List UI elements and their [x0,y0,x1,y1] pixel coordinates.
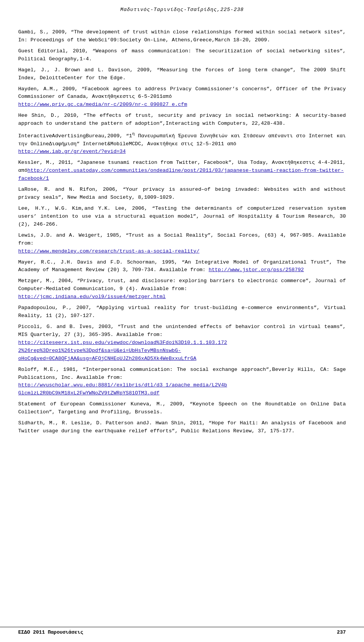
ref-iab: InteractiveAdvertisingBureau,2009, “1η Π… [18,131,346,156]
ref-lee: Lee, H.Y., W.G. Kim,and Y.K. Lee, 2006, … [18,205,346,229]
header-title: Μαδυτινός-Ταρινίδης-Τσαΐρίδης,225-238 [120,7,244,13]
link-roloff[interactable]: http://wvuscholar.wvu.edu:8881//exlibris… [18,382,227,388]
ref-guest: Guest Editorial, 2010, “Weapons of mass … [18,47,346,63]
link-roloff2[interactable]: GlcmlzL2R0bC9kM18xL2FwYWNoZV9tZWRpYS81OT… [18,390,160,396]
ref-sidharth: Sidharth, M., R. Leslie, D. Patterson an… [18,419,346,435]
page-header: Μαδυτινός-Ταρινίδης-Τσαΐρίδης,225-238 [18,0,346,19]
ref-piccoli: Piccoli, G. and B. Ives, 2003, “Trust an… [18,323,346,363]
ref-mayer: Mayer, R.C., J.H. Davis and F.D. Schoorm… [18,259,346,275]
ref-hayden: Hayden, A.M., 2009, “Facebook agrees to … [18,85,346,109]
ref-statement: Statement of European Commissioner Kunev… [18,400,346,416]
ref-papadopoulou: Papadopoulou, P., 2007, “Applying virtua… [18,304,346,320]
page-footer: ΕΣΔΟ 2011 Παρουσιάσεις 237 [0,627,364,635]
ref-gambi: Gambi, S., 2009, “The development of tru… [18,28,346,44]
ref-hagel: Hagel, J., J. Brown and L. Davison, 2009… [18,66,346,82]
link-lewis[interactable]: http://www.mendeley.com/research/trust-a… [18,248,199,254]
ref-kessler: Kessler, M., 2011, “Japanese tsunami rea… [18,159,346,183]
ref-larose: LaRose, R. and N. Rifon, 2006, “Your pri… [18,186,346,202]
footer-page-number: 237 [337,629,346,635]
ref-metzger: Metzger, M., 2004, “Privacy, trust, and … [18,277,346,301]
ref-heeshin: Hee Shin, D., 2010, “The effects of trus… [18,112,346,128]
footer-left-text: ΕΣΔΟ 2011 Παρουσιάσεις [18,629,83,635]
ref-lewis: Lewis, J.D. and A. Weigert, 1985, “Trust… [18,232,346,256]
link-piccoli3[interactable]: oHoCg&ved=0CA8QFjAA&usg=AFQjCNHEoUJZh286… [18,356,196,361]
ref-roloff: Roloff, M.E., 1981, “Interpersonal commu… [18,366,346,398]
link-hayden[interactable]: http://www.priv.gc.ca/media/nr-c/2009/nr… [18,102,187,107]
link-mayer[interactable]: http://www.jstor.org/pss/258792 [209,267,304,273]
link-piccoli[interactable]: http://citeseerx.ist.psu.edu/viewdoc/dow… [18,340,227,345]
link-piccoli2[interactable]: 2%26rep%3Drep1%26type%3Dpdf&sa=U&ei=UbHs… [18,348,181,353]
link-iab[interactable]: http://www.iab.gr/gr/event/?evid=34 [18,149,126,154]
link-metzger[interactable]: http://jcmc.indiana.edu/vol9/issue4/metz… [18,294,166,300]
link-kessler[interactable]: http://content.usatoday.com/communities/… [27,168,227,173]
content-area: Gambi, S., 2009, “The development of tru… [18,19,346,461]
